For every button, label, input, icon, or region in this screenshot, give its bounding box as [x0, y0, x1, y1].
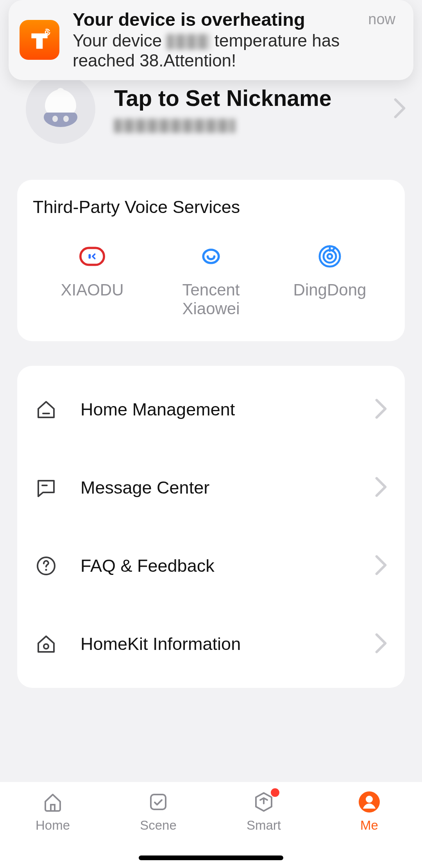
notification-body: Your device temperature has reached 38.A…	[73, 30, 399, 71]
home-indicator	[139, 855, 283, 860]
tab-label: Home	[36, 818, 70, 833]
homekit-icon	[34, 632, 58, 656]
chevron-right-icon	[374, 555, 388, 577]
home-manage-icon	[34, 398, 58, 421]
profile-nickname-prompt: Tap to Set Nickname	[114, 85, 374, 111]
voice-services-title: Third-Party Voice Services	[33, 197, 389, 217]
svg-point-17	[366, 796, 373, 803]
notification-timestamp: now	[368, 11, 395, 28]
menu-home-management[interactable]: Home Management	[34, 370, 388, 449]
notification-title: Your device is overheating	[73, 9, 399, 30]
menu-label: HomeKit Information	[80, 634, 352, 654]
svg-point-13	[44, 644, 48, 649]
notification-body-prefix: Your device	[73, 31, 167, 50]
svg-point-3	[63, 116, 69, 122]
tuya-app-icon	[20, 20, 59, 60]
profile-account-redacted	[114, 119, 235, 133]
home-tab-icon	[41, 790, 65, 814]
menu-faq-feedback[interactable]: FAQ & Feedback	[34, 527, 388, 605]
voice-service-label: Tencent Xiaowei	[182, 281, 240, 319]
avatar	[26, 74, 95, 144]
notification-redacted-device	[167, 34, 210, 50]
message-center-icon	[34, 476, 58, 499]
svg-rect-15	[151, 795, 166, 809]
menu-message-center[interactable]: Message Center	[34, 449, 388, 527]
svg-point-7	[324, 250, 336, 263]
voice-service-xiaodu[interactable]: XIAODU	[33, 245, 152, 319]
menu-label: Message Center	[80, 478, 352, 498]
chevron-right-icon	[393, 98, 406, 120]
voice-service-label: DingDong	[293, 281, 367, 299]
chevron-right-icon	[374, 476, 388, 499]
voice-service-tencent-xiaowei[interactable]: Tencent Xiaowei	[152, 245, 270, 319]
profile-header[interactable]: Tap to Set Nickname	[26, 74, 406, 144]
menu-homekit-information[interactable]: HomeKit Information	[34, 605, 388, 683]
tencent-xiaowei-icon	[198, 245, 224, 267]
xiaodu-icon	[79, 245, 105, 267]
menu-label: Home Management	[80, 399, 352, 420]
dingdong-icon	[317, 245, 343, 267]
tab-label: Smart	[247, 818, 281, 833]
notification-badge	[271, 788, 279, 797]
svg-point-8	[327, 254, 332, 259]
svg-point-2	[52, 116, 58, 122]
menu-label: FAQ & Feedback	[80, 556, 352, 576]
notification-banner[interactable]: Your device is overheating Your device t…	[9, 0, 413, 80]
chevron-right-icon	[374, 633, 388, 655]
notification-text: Your device is overheating Your device t…	[73, 9, 399, 71]
chevron-right-icon	[374, 398, 388, 421]
bottom-tab-bar: Home Scene Smart Me	[0, 782, 422, 868]
tab-label: Me	[360, 818, 378, 833]
svg-rect-14	[51, 805, 55, 811]
svg-point-0	[45, 31, 48, 34]
voice-service-label: XIAODU	[61, 281, 123, 299]
tab-home[interactable]: Home	[0, 790, 106, 868]
me-tab-icon	[357, 790, 381, 814]
voice-service-dingdong[interactable]: DingDong	[270, 245, 389, 319]
faq-icon	[34, 554, 58, 578]
scene-tab-icon	[146, 790, 170, 814]
tab-label: Scene	[140, 818, 177, 833]
settings-menu-card: Home Management Message Center FAQ & Fee…	[17, 366, 405, 688]
svg-rect-5	[89, 254, 91, 258]
voice-services-card: Third-Party Voice Services XIAODU Tencen…	[17, 180, 405, 341]
svg-point-12	[45, 569, 47, 571]
tab-me[interactable]: Me	[316, 790, 422, 868]
